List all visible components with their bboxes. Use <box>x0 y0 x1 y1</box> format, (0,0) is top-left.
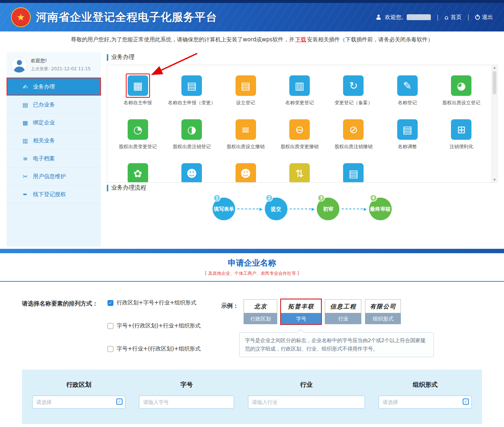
industry-input[interactable] <box>248 396 365 409</box>
service-equity-pledge-establishment-revoke[interactable]: ≡ 股权出质设立撤销 <box>219 119 272 163</box>
person-icon: ☻ <box>181 163 202 183</box>
annotation-highlight-box: ▦ <box>126 74 150 98</box>
main-panel: 业务办理 ▦ 名称自主申报 ▤ 名称自主申报（变更） <box>107 52 497 247</box>
example-box-org-form: 有限公司 组织形式 <box>365 299 401 324</box>
power-icon <box>475 15 480 20</box>
field-region: 行政区划 ✓ <box>32 381 125 409</box>
app-header: ★ 河南省企业登记全程电子化服务平台 欢迎您, | ⌂ 首页 | 退出 <box>0 3 504 31</box>
divider: | <box>437 14 439 20</box>
service-name-self-declaration[interactable]: ▦ 名称自主申报 <box>111 75 165 119</box>
process-flow: 1 填写表单 ▶ 2 提交 ▶ 3 初审 ▶ 4 最终审核 <box>107 198 497 220</box>
document-icon: ▤ <box>22 101 29 108</box>
service-equity-pledge-change[interactable]: ◔ 股权出质变更登记 <box>111 119 165 163</box>
redacted-username <box>407 14 431 20</box>
example-box-tradename: 拓普丰联 字号 <box>281 299 321 324</box>
clipboard-refresh-icon: ↻ <box>343 75 364 96</box>
arrangement-option-2[interactable]: 字号+(行政区划)+行业+组织形式 <box>108 322 200 329</box>
example-box-industry: 信息工程 行业 <box>325 299 361 324</box>
service-establishment-registration[interactable]: ▤ 设立登记 <box>219 75 272 119</box>
download-link[interactable]: 下载 <box>295 36 306 43</box>
checkbox-checked-icon[interactable] <box>108 300 113 306</box>
sidebar-item-related-business[interactable]: ▥ 相关业务 <box>7 131 101 149</box>
clipboard-edit-icon: ✎ <box>397 75 418 96</box>
notice-text: 安装相关插件（下载插件前，请务必关闭杀毒软件） <box>307 36 433 43</box>
arrow-right-icon: ▶ <box>259 207 262 211</box>
arrangement-option-3[interactable]: 字号+行业+(行政区划)+组织形式 <box>108 345 200 352</box>
service-item[interactable]: ☻ <box>165 163 218 183</box>
logout-link[interactable]: 退出 <box>475 14 493 21</box>
service-equity-pledge-cancellation[interactable]: ◑ 股权出质注销登记 <box>165 119 218 163</box>
document-search-icon: ▥ <box>22 137 29 144</box>
pie-chart-minus-icon: ◔ <box>128 119 148 140</box>
service-item[interactable]: ☻ <box>219 163 272 183</box>
page-subtitle: [ 及其他企业、个体工商户、农民专业合作社等 ] <box>0 270 504 277</box>
service-cancellation-facilitation[interactable]: ⊞ 注销便利化 <box>435 119 488 163</box>
section-title-services: 业务办理 <box>107 53 497 61</box>
select-dropdown-icon[interactable]: ✓ <box>463 398 469 405</box>
service-item[interactable]: ✿ <box>111 163 165 183</box>
service-equity-pledge-change-revoke[interactable]: ⊖ 股权出质变更撤销 <box>272 119 326 163</box>
welcome-text: 欢迎您, <box>385 14 403 21</box>
region-select-input[interactable] <box>32 396 125 409</box>
service-change-registration-filing[interactable]: ↻ 变更登记（备案） <box>327 75 380 119</box>
service-item[interactable]: ▤ <box>327 163 380 183</box>
field-tradename: 字号 <box>139 381 234 409</box>
tradename-input[interactable] <box>139 396 234 409</box>
clipboard-adjust-icon: ▤ <box>397 119 418 140</box>
flow-step-final-review: 4 最终审核 <box>369 198 392 220</box>
service-equity-pledge-establishment[interactable]: ◕ 股权出质设立登记 <box>435 75 488 119</box>
service-item[interactable]: ⇅ <box>272 163 326 183</box>
services-grid: ▦ 名称自主申报 ▤ 名称自主申报（变更） ▤ 设立登记 ▥ 名称变更登记 <box>111 75 488 183</box>
circle-minus-icon: ⊖ <box>289 119 310 140</box>
qr-code-icon: ⊞ <box>451 119 471 140</box>
home-link[interactable]: ⌂ 首页 <box>444 14 462 21</box>
arrow-right-icon: ▶ <box>312 207 315 211</box>
service-equity-pledge-cancellation-revoke[interactable]: ⊘ 股权出质注销撤销 <box>327 119 380 163</box>
scrollbar-thumb[interactable] <box>493 71 496 94</box>
pen-document-icon: ✒ <box>22 191 29 198</box>
org-form-select-input[interactable] <box>379 396 472 409</box>
example-area: 示例： 北京 行政区划 拓普丰联 字号 信息工程 行业 <box>221 299 434 357</box>
arrangement-option-1[interactable]: 行政区划+字号+行业+组织形式 <box>108 299 200 306</box>
step-number-badge: 2 <box>266 194 273 202</box>
name-fields-panel: 行政区划 ✓ 字号 行业 组织形式 <box>22 370 482 424</box>
checkbox-icon[interactable] <box>108 346 113 352</box>
building-icon: ▦ <box>128 75 148 96</box>
sidebar-item-business-handling[interactable]: ✍ 业务办理 <box>7 78 101 95</box>
scroll-up-icon[interactable]: ▲ <box>493 66 496 69</box>
tools-icon: ✂ <box>22 173 29 180</box>
sidebar-item-user-info-maintenance[interactable]: ✂ 用户信息维护 <box>7 167 101 185</box>
sidebar-item-bind-enterprise[interactable]: ▦ 绑定企业 <box>7 113 101 131</box>
flower-icon: ✿ <box>128 163 148 183</box>
vertical-scrollbar[interactable]: ▲ ▼ <box>492 65 497 182</box>
flow-connector: ▶ <box>237 207 262 211</box>
arrow-right-icon: ▶ <box>364 207 366 211</box>
arrangement-row: 请选择名称要素的排列方式： 行政区划+字号+行业+组织形式 字号+(行政区划)+… <box>22 299 482 357</box>
divider: | <box>467 14 469 20</box>
example-label: 示例： <box>221 302 238 357</box>
select-dropdown-icon[interactable]: ✓ <box>116 398 123 405</box>
clipboard-minus-icon: ▤ <box>181 75 202 96</box>
sidebar-menu: ✍ 业务办理 ▤ 已办业务 ▦ 绑定企业 ▥ 相关业务 ≡ 电子档案 ✂ 用户信… <box>7 78 101 221</box>
sidebar-item-offline-registration-auth[interactable]: ✒ 线下登记授权 <box>7 185 101 203</box>
step-number-badge: 4 <box>370 194 377 202</box>
service-name-adjustment[interactable]: ▤ 名称调整 <box>380 119 434 163</box>
sidebar-filler <box>7 203 101 221</box>
page2-top-bar <box>0 249 504 253</box>
sidebar-item-completed-business[interactable]: ▤ 已办业务 <box>7 95 101 113</box>
content: 欢迎您! 上次登录: 2021-12-02 11:15 ✍ 业务办理 ▤ 已办业… <box>0 48 504 247</box>
user-card: 欢迎您! 上次登录: 2021-12-02 11:15 <box>7 52 101 78</box>
sidebar-item-electronic-archives[interactable]: ≡ 电子档案 <box>7 149 101 167</box>
flow-step-fill-form: 1 填写表单 <box>212 198 235 220</box>
service-name-change-registration[interactable]: ▥ 名称变更登记 <box>272 75 326 119</box>
user-icon <box>376 15 381 20</box>
checkbox-icon[interactable] <box>108 323 113 329</box>
ban-icon: ⊘ <box>343 119 364 140</box>
step-number-badge: 3 <box>317 194 325 202</box>
example-boxes: 北京 行政区划 拓普丰联 字号 信息工程 行业 有限公司 <box>244 299 434 324</box>
service-name-self-declaration-change[interactable]: ▤ 名称自主申报（变更） <box>165 75 218 119</box>
document-icon: ▤ <box>236 75 256 96</box>
service-name-registration[interactable]: ✎ 名称登记 <box>380 75 434 119</box>
scroll-down-icon[interactable]: ▼ <box>493 178 496 181</box>
archive-icon: ≡ <box>22 155 29 162</box>
